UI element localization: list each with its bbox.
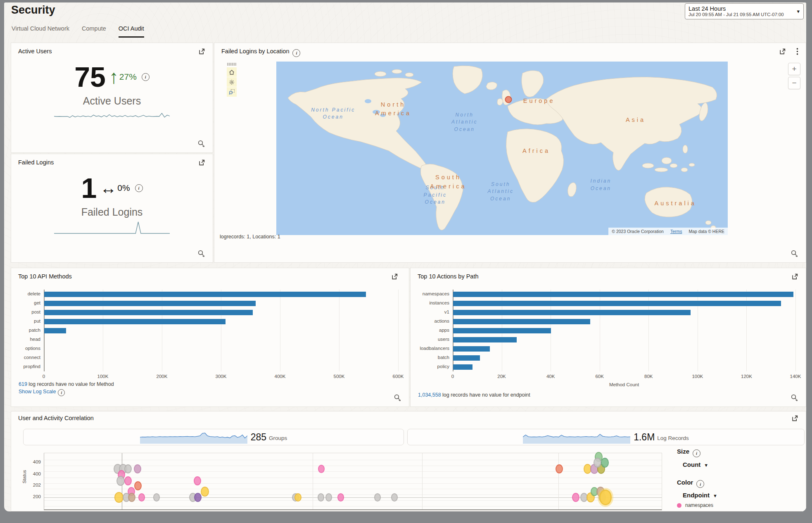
- tab-virtual-cloud-network[interactable]: Virtual Cloud Network: [12, 25, 69, 38]
- scatter-point[interactable]: [318, 493, 324, 502]
- bar[interactable]: [44, 310, 253, 315]
- page-title: Security: [11, 4, 55, 17]
- bar[interactable]: [453, 337, 517, 342]
- scatter-point[interactable]: [116, 476, 125, 486]
- drilldown-button[interactable]: [791, 394, 798, 402]
- bar-row: instances: [453, 299, 795, 308]
- marquee-zoom-icon: [229, 89, 235, 95]
- info-icon[interactable]: i: [135, 184, 143, 192]
- scatter-point[interactable]: [134, 464, 141, 473]
- y-tick-label: 400: [25, 471, 41, 476]
- map-marquee-zoom-button[interactable]: [227, 87, 237, 97]
- tab-compute[interactable]: Compute: [82, 25, 106, 38]
- gridline: [44, 478, 662, 478]
- scatter-point[interactable]: [201, 487, 209, 497]
- bar[interactable]: [453, 355, 480, 361]
- drilldown-button[interactable]: [197, 140, 205, 147]
- failed-logins-by-location-card: Failed Logins by Locationi: [214, 43, 806, 263]
- bar[interactable]: [453, 319, 590, 324]
- legend-label: namespaces: [685, 502, 713, 508]
- external-link-icon: [791, 415, 798, 422]
- map-settings-button[interactable]: [227, 77, 237, 87]
- bar-row: options: [44, 344, 398, 353]
- x-tick-label: 600K: [393, 374, 404, 379]
- tab-bar: Virtual Cloud Network Compute OCI Audit: [12, 25, 144, 38]
- log-records-summary-pill[interactable]: 1.6M Log Records: [407, 429, 805, 445]
- open-in-new-button[interactable]: [198, 48, 205, 55]
- drilldown-button[interactable]: [394, 394, 401, 402]
- bar[interactable]: [453, 301, 781, 306]
- gridline: [795, 290, 796, 371]
- scatter-point[interactable]: [294, 493, 301, 502]
- bar[interactable]: [453, 292, 793, 297]
- info-icon[interactable]: i: [693, 449, 700, 457]
- bar[interactable]: [44, 319, 226, 324]
- bar-row: patch: [44, 326, 398, 335]
- open-in-new-button[interactable]: [391, 273, 398, 280]
- terms-link[interactable]: Terms: [670, 229, 682, 234]
- world-map-svg: [276, 62, 728, 235]
- map-marker[interactable]: [505, 96, 512, 103]
- scatter-point[interactable]: [114, 492, 123, 503]
- info-icon[interactable]: i: [142, 73, 150, 81]
- log-records-sparkline: [523, 430, 630, 444]
- scatter-point[interactable]: [391, 493, 398, 502]
- bar-row: actions: [453, 317, 795, 326]
- bar-row: apps: [453, 326, 795, 335]
- scatter-point[interactable]: [194, 476, 201, 485]
- color-select[interactable]: Endpoint▼: [683, 492, 805, 499]
- attribution-text: © 2023 Oracle Corporation: [612, 229, 664, 234]
- trend-percent: 27%: [119, 72, 137, 82]
- show-log-scale-link[interactable]: Show Log Scale: [19, 389, 56, 395]
- scatter-point[interactable]: [124, 476, 132, 485]
- bar[interactable]: [453, 328, 551, 333]
- category-label: get: [10, 300, 40, 305]
- bar[interactable]: [44, 292, 366, 297]
- external-link-icon: [198, 159, 205, 166]
- size-label: Sizei: [677, 448, 805, 457]
- more-actions-button[interactable]: [796, 48, 798, 55]
- scatter-point[interactable]: [556, 464, 563, 473]
- scatter-point[interactable]: [599, 490, 612, 505]
- map-home-button[interactable]: [227, 67, 237, 77]
- open-in-new-button[interactable]: [779, 48, 786, 55]
- no-value-count-link[interactable]: 1,034,558: [418, 392, 441, 398]
- active-users-card: Active Users 75 ↑ 27% i Active Users: [11, 43, 213, 153]
- open-in-new-button[interactable]: [791, 415, 798, 422]
- map-zoom-out-button[interactable]: −: [788, 77, 800, 89]
- scatter-point[interactable]: [124, 464, 132, 473]
- no-value-count-link[interactable]: 619: [19, 381, 27, 387]
- drilldown-button[interactable]: [197, 250, 205, 257]
- no-value-text: log records have no value for endpoint: [441, 392, 530, 398]
- scatter-point[interactable]: [337, 493, 344, 502]
- bar[interactable]: [44, 301, 256, 306]
- open-in-new-button[interactable]: [791, 273, 798, 280]
- api-methods-card: Top 10 API Methods deletegetpostputpatch…: [11, 268, 409, 407]
- bar[interactable]: [453, 346, 490, 352]
- info-icon[interactable]: i: [58, 389, 65, 396]
- scatter-point[interactable]: [601, 458, 609, 468]
- x-tick-label: 20K: [497, 374, 506, 379]
- drilldown-search-icon: [791, 394, 798, 402]
- bar[interactable]: [453, 310, 691, 315]
- gridline: [44, 506, 662, 506]
- tab-oci-audit[interactable]: OCI Audit: [119, 25, 144, 38]
- info-icon[interactable]: i: [696, 480, 704, 488]
- map-zoom-in-button[interactable]: +: [788, 63, 800, 75]
- legend-item[interactable]: namespaces: [677, 502, 805, 508]
- trend-flat-icon: ↔: [100, 180, 116, 196]
- open-in-new-button[interactable]: [198, 159, 205, 166]
- bar[interactable]: [44, 328, 66, 333]
- size-select[interactable]: Count▼: [683, 461, 805, 468]
- time-range-select[interactable]: Last 24 Hours Jul 20 09:55 AM - Jul 21 0…: [685, 3, 804, 19]
- world-map[interactable]: North Pacific OceanNorth Atlantic OceanS…: [276, 62, 728, 235]
- info-icon[interactable]: i: [292, 49, 300, 57]
- scatter-point[interactable]: [153, 493, 160, 502]
- gridline: [398, 290, 399, 371]
- kpi-value: 75: [74, 63, 106, 91]
- external-link-icon: [791, 273, 798, 280]
- groups-summary-pill[interactable]: 285 Groups: [23, 429, 404, 445]
- drag-handle[interactable]: [227, 63, 236, 66]
- bar[interactable]: [453, 364, 472, 370]
- drilldown-button[interactable]: [791, 250, 798, 257]
